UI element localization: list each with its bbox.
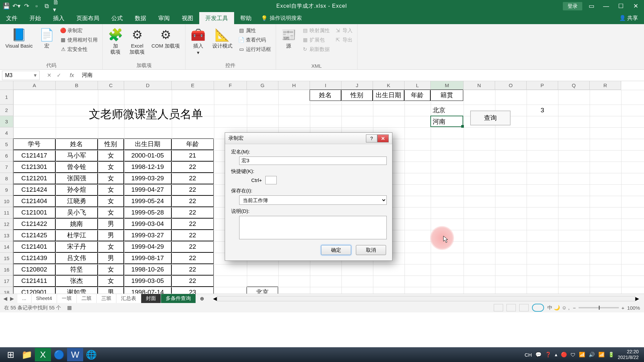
table-cell[interactable]: 吴小飞 [55,207,98,218]
table-cell[interactable]: 22 [171,195,214,207]
row-header[interactable]: 4 [0,127,13,139]
table-cell[interactable]: 1998-12-19 [124,161,171,173]
undo-icon[interactable]: ↶▾ [13,2,20,10]
table-cell[interactable]: 孙令煊 [55,184,98,195]
sheet-title[interactable]: 文老师微课堂人员名单 [13,90,278,139]
tab-开发工具[interactable]: 开发工具 [199,12,234,24]
table-cell[interactable]: 21 [171,150,214,161]
ime-indicator[interactable]: 中 🌙 ☺ , [547,305,570,311]
table-cell[interactable]: 张国强 [55,173,98,184]
table-cell[interactable]: 女 [98,150,124,161]
table-cell[interactable]: C121425 [13,230,55,241]
table-cell[interactable]: C121439 [13,252,55,264]
table-cell[interactable]: C120802 [13,264,55,275]
table-cell[interactable]: 女 [98,173,124,184]
view-code-button[interactable]: 📄查看代码 [237,36,272,44]
table-cell[interactable]: 1999-04-27 [124,184,171,195]
page-break-button[interactable] [519,304,529,311]
table-header[interactable]: 年龄 [171,138,214,150]
excel-addins-button[interactable]: ⚙Excel 加载项 [127,26,147,56]
formula-input[interactable]: 河南 [77,72,644,79]
table-header[interactable]: 姓名 [55,138,98,150]
col-header[interactable]: B [56,81,98,90]
design-mode-button[interactable]: 📐设计模式 [210,26,234,50]
table-cell[interactable]: 谢如雪 [55,287,98,294]
battery-icon[interactable]: 🔋 [608,352,614,358]
table-cell[interactable]: 女 [98,184,124,195]
relative-ref-button[interactable]: ▦使用相对引用 [59,36,99,44]
col-header[interactable]: P [527,81,558,90]
col-header[interactable]: F [214,81,247,90]
row-header[interactable]: 17 [0,276,13,287]
col-header[interactable]: H [278,81,310,90]
fx-icon[interactable]: fx [66,72,77,78]
zoom-in-icon[interactable]: + [622,305,625,311]
table-cell[interactable]: C121401 [13,241,55,252]
row-header[interactable]: 8 [0,173,13,184]
row-header[interactable]: 5 [0,139,13,150]
browser-icon[interactable]: 🔵 [51,348,67,361]
xml-source-button[interactable]: 📰源 [279,26,298,50]
table-cell[interactable]: 女 [98,207,124,218]
col-header[interactable]: C [98,81,124,90]
table-cell[interactable]: 女 [98,264,124,275]
table-cell[interactable]: 男 [98,230,124,241]
dialog-title-bar[interactable]: 录制宏 ? ✕ [225,133,392,144]
preview-icon[interactable]: 🗎▾ [53,2,60,10]
tray-icon[interactable]: ❓ [545,352,551,358]
table-cell[interactable]: 22 [171,173,214,184]
table-cell[interactable]: C121417 [13,150,55,161]
tell-me-search[interactable]: 💡 操作说明搜索 [261,15,302,22]
table-cell[interactable]: 1999-03-04 [124,218,171,230]
row-header[interactable]: 6 [0,150,13,162]
table-cell[interactable]: C121404 [13,195,55,207]
row-header[interactable]: 11 [0,207,13,219]
macro-name-input[interactable] [239,157,387,165]
share-button[interactable]: 👤 共享 [619,15,638,22]
sheet-tab[interactable]: Sheet4 [32,294,57,303]
tab-审阅[interactable]: 审阅 [152,12,176,24]
row-header[interactable]: 12 [0,219,13,230]
table-cell[interactable]: 22 [171,241,214,252]
tab-帮助[interactable]: 帮助 [234,12,258,24]
scroll-left-icon[interactable]: ◀ [213,296,217,302]
store-in-select[interactable]: 当前工作簿 [239,195,387,205]
sheet-tab[interactable]: ... [17,294,32,303]
table-cell[interactable]: 姚南 [55,218,98,230]
col-header[interactable]: A [13,81,56,90]
sheet-nav-next-icon[interactable]: ▶ [10,296,14,302]
tab-文件[interactable]: 文件 [0,12,23,24]
network-icon[interactable]: 📶 [598,352,605,358]
table-cell[interactable]: 女 [98,195,124,207]
macros-button[interactable]: 📄 宏 [37,26,56,50]
table-cell[interactable]: 22 [171,218,214,230]
table-cell[interactable]: C121001 [13,207,55,218]
addins-button[interactable]: 🧩加 载项 [106,26,125,56]
table-cell[interactable]: 1999-04-29 [124,241,171,252]
tab-开始[interactable]: 开始 [23,12,47,24]
ok-button[interactable]: 确定 [321,245,351,255]
table-cell[interactable]: 女 [98,161,124,173]
table-header[interactable]: 出生日期 [124,138,171,150]
table-cell[interactable]: 宋子丹 [55,241,98,252]
row-header[interactable]: 14 [0,241,13,253]
table-cell[interactable]: 男 [98,252,124,264]
col-header[interactable]: E [172,81,214,90]
row-header[interactable]: 16 [0,264,13,276]
table-cell[interactable]: 符坚 [55,264,98,275]
tray-expand-icon[interactable]: ▴ [555,352,557,358]
row-header[interactable]: 18 [0,287,13,294]
table-cell[interactable]: 22 [171,207,214,218]
table-cell[interactable]: 22 [171,275,214,287]
login-button[interactable]: 登录 [563,2,582,10]
cell[interactable]: 北京 [247,287,278,294]
visual-basic-button[interactable]: 📘 Visual Basic [3,26,35,50]
col-header[interactable]: Q [558,81,590,90]
row-header[interactable]: 9 [0,184,13,196]
name-box[interactable]: M3 ▾ [2,71,40,80]
dialog-help-button[interactable]: ? [366,134,377,142]
chrome-icon[interactable]: 🌐 [83,348,99,361]
sheet-tab[interactable]: 汇总表 [116,294,141,303]
table-cell[interactable]: 22 [171,230,214,241]
maximize-icon[interactable]: ☐ [615,2,627,10]
